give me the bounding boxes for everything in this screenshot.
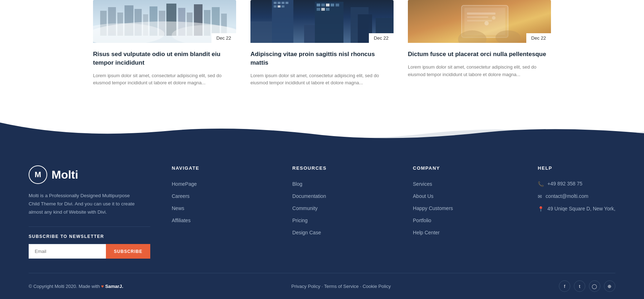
svg-rect-37 — [321, 8, 325, 11]
svg-rect-52 — [467, 16, 488, 18]
help-phone: 📞 +49 892 358 75 — [538, 181, 615, 187]
svg-rect-33 — [326, 4, 330, 6]
comp-link-portfolio[interactable]: Portfolio — [413, 217, 453, 224]
blog-card-image-2: Dec 22 — [250, 0, 394, 43]
nav-link-news[interactable]: News — [172, 205, 208, 211]
location-icon: 📍 — [538, 206, 544, 212]
help-phone-number: +49 892 358 75 — [547, 181, 582, 186]
twitter-icon[interactable]: t — [574, 280, 585, 292]
email-icon: ✉ — [538, 194, 542, 199]
privacy-policy-link[interactable]: Privacy Policy — [291, 284, 320, 289]
svg-rect-36 — [317, 8, 320, 11]
help-email: ✉ contact@molti.com — [538, 193, 615, 199]
svg-rect-41 — [250, 21, 272, 43]
footer-col-help: HELP 📞 +49 892 358 75 ✉ contact@molti.co… — [538, 165, 615, 259]
heart-icon: ♥ — [101, 284, 105, 289]
footer-columns: NAVIGATE HomePage Careers News Affiliate… — [172, 165, 615, 259]
blog-card-body-3: Dictum fusce ut placerat orci nulla pell… — [408, 43, 551, 85]
svg-rect-27 — [274, 5, 277, 8]
wave-divider — [0, 115, 644, 144]
help-title: HELP — [538, 165, 615, 171]
help-email-address: contact@molti.com — [546, 193, 588, 199]
nav-link-homepage[interactable]: HomePage — [172, 181, 208, 187]
footer-main: M Molti Molti is a Professionally Design… — [29, 165, 615, 273]
blog-card-excerpt-3: Lorem ipsum dolor sit amet, consectetur … — [408, 64, 551, 79]
globe-icon[interactable]: ⊕ — [604, 280, 615, 292]
svg-rect-42 — [304, 25, 315, 43]
footer-description: Molti is a Professionally Designed Multi… — [29, 192, 140, 216]
company-links: Services About Us Happy Customers Portfo… — [413, 181, 453, 236]
svg-rect-23 — [274, 2, 277, 4]
footer-col-navigate: NAVIGATE HomePage Careers News Affiliate… — [172, 165, 208, 259]
comp-link-services[interactable]: Services — [413, 181, 453, 187]
company-title: COMPANY — [413, 165, 453, 171]
logo-icon: M — [29, 165, 47, 184]
svg-rect-32 — [321, 4, 325, 6]
resources-title: RESOURCES — [292, 165, 328, 171]
svg-rect-51 — [467, 13, 496, 15]
author-name: SamarJ. — [105, 284, 123, 289]
newsletter-form: SUBSCRIBE — [29, 244, 150, 259]
footer-logo: M Molti — [29, 165, 150, 184]
blog-card-body-2: Adipiscing vitae proin sagittis nisl rho… — [250, 43, 394, 94]
blog-card-title-3: Dictum fusce ut placerat orci nulla pell… — [408, 50, 551, 59]
date-badge-3: Dec 22 — [526, 33, 551, 43]
comp-link-help[interactable]: Help Center — [413, 229, 453, 236]
res-link-pricing[interactable]: Pricing — [292, 217, 328, 224]
logo-name: Molti — [52, 168, 78, 181]
footer: M Molti Molti is a Professionally Design… — [0, 144, 644, 299]
help-address-text: 49 Uniqe Square D, New York, — [547, 206, 615, 211]
footer-copyright: © Copyright Molti 2020. Made with ♥ Sama… — [29, 284, 123, 289]
comp-link-about[interactable]: About Us — [413, 193, 453, 199]
subscribe-button[interactable]: SUBSCRIBE — [106, 244, 150, 259]
nav-link-careers[interactable]: Careers — [172, 193, 208, 199]
svg-rect-24 — [278, 2, 280, 4]
svg-rect-26 — [286, 2, 288, 4]
date-badge-2: Dec 22 — [369, 33, 394, 43]
date-badge-1: Dec 22 — [211, 33, 236, 43]
svg-rect-28 — [278, 5, 280, 8]
footer-brand: M Molti Molti is a Professionally Design… — [29, 165, 150, 259]
svg-rect-53 — [467, 20, 492, 21]
blog-card-3: Dec 22 Dictum fusce ut placerat orci nul… — [408, 0, 551, 94]
help-address: 📍 49 Uniqe Square D, New York, — [538, 206, 615, 212]
svg-rect-29 — [282, 5, 284, 8]
blog-card-image-3: Dec 22 — [408, 0, 551, 43]
res-link-community[interactable]: Community — [292, 205, 328, 211]
footer-policy-links: Privacy Policy · Terms of Service · Cook… — [291, 284, 391, 289]
cookie-policy-link[interactable]: Cookie Policy — [362, 284, 391, 289]
blog-card-2: Dec 22 Adipiscing vitae proin sagittis n… — [250, 0, 394, 94]
blog-card-title-1: Risus sed vulputate odio ut enim blandit… — [93, 50, 236, 67]
footer-social: f t ◯ ⊕ — [559, 280, 615, 292]
resources-links: Blog Documentation Community Pricing Des… — [292, 181, 328, 236]
svg-rect-31 — [317, 4, 320, 6]
facebook-icon[interactable]: f — [559, 280, 570, 292]
instagram-icon[interactable]: ◯ — [589, 280, 600, 292]
copyright-text: © Copyright Molti 2020. Made with — [29, 284, 100, 289]
res-link-documentation[interactable]: Documentation — [292, 193, 328, 199]
svg-point-49 — [484, 21, 489, 25]
blog-card-title-2: Adipiscing vitae proin sagittis nisl rho… — [250, 50, 394, 67]
blog-card-body-1: Risus sed vulputate odio ut enim blandit… — [93, 43, 236, 94]
blog-card-1: Dec 22 Risus sed vulputate odio ut enim … — [93, 0, 236, 94]
res-link-design-case[interactable]: Design Case — [292, 229, 328, 236]
svg-rect-38 — [326, 8, 330, 11]
navigate-title: NAVIGATE — [172, 165, 208, 171]
footer-col-resources: RESOURCES Blog Documentation Community P… — [292, 165, 328, 259]
res-link-blog[interactable]: Blog — [292, 181, 328, 187]
blog-card-image-1: Dec 22 — [93, 0, 236, 43]
navigate-links: HomePage Careers News Affiliates — [172, 181, 208, 224]
svg-rect-34 — [331, 4, 334, 6]
footer-bottom: © Copyright Molti 2020. Made with ♥ Sama… — [29, 273, 615, 299]
svg-rect-35 — [336, 4, 339, 6]
nav-link-affiliates[interactable]: Affiliates — [172, 217, 208, 224]
svg-point-50 — [492, 16, 496, 20]
blog-card-excerpt-2: Lorem ipsum dolor sit amet, consectetur … — [250, 72, 394, 87]
footer-divider — [29, 226, 150, 227]
help-items: 📞 +49 892 358 75 ✉ contact@molti.com 📍 4… — [538, 181, 615, 212]
terms-link[interactable]: Terms of Service — [324, 284, 359, 289]
newsletter-label: SUBSCRIBE TO NEWSLETTER — [29, 234, 150, 239]
footer-col-company: COMPANY Services About Us Happy Customer… — [413, 165, 453, 259]
email-input[interactable] — [29, 244, 106, 259]
comp-link-happy[interactable]: Happy Customers — [413, 205, 453, 211]
